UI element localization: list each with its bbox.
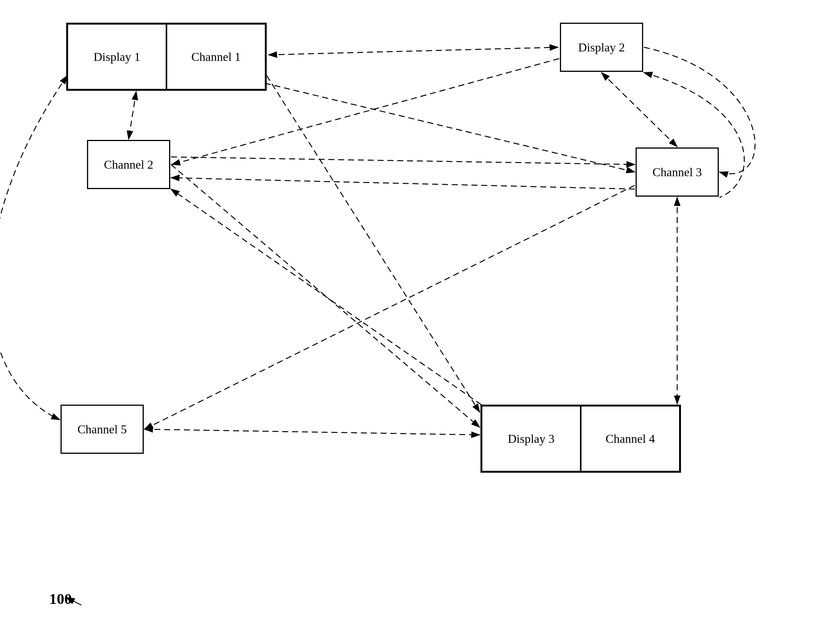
svg-line-9 <box>267 76 480 412</box>
svg-line-10 <box>171 164 480 427</box>
svg-line-16 <box>145 185 635 429</box>
display2-box: Display 2 <box>560 23 643 72</box>
svg-line-11 <box>171 157 635 164</box>
channel3-label: Channel 3 <box>652 165 702 179</box>
display3-label: Display 3 <box>482 406 581 472</box>
channel5-label: Channel 5 <box>78 423 127 437</box>
channel2-label: Channel 2 <box>104 158 154 172</box>
display2-label: Display 2 <box>578 41 625 55</box>
svg-line-12 <box>171 189 481 405</box>
svg-line-4 <box>268 47 558 55</box>
channel4-label: Channel 4 <box>581 406 680 472</box>
svg-line-6 <box>602 73 677 147</box>
svg-line-14 <box>145 429 480 435</box>
diagram-arrows <box>0 0 827 644</box>
display1-channel1-box: Display 1 Channel 1 <box>66 23 267 91</box>
channel1-label: Channel 1 <box>167 24 265 90</box>
svg-line-5 <box>129 92 136 139</box>
svg-line-8 <box>265 83 635 172</box>
display1-label: Display 1 <box>67 24 167 90</box>
display3-channel4-box: Display 3 Channel 4 <box>481 405 681 473</box>
svg-line-13 <box>171 178 635 189</box>
channel5-box: Channel 5 <box>61 405 144 454</box>
channel3-box: Channel 3 <box>635 148 719 196</box>
figure-label: 100 <box>49 590 72 608</box>
channel2-box: Channel 2 <box>87 140 170 189</box>
